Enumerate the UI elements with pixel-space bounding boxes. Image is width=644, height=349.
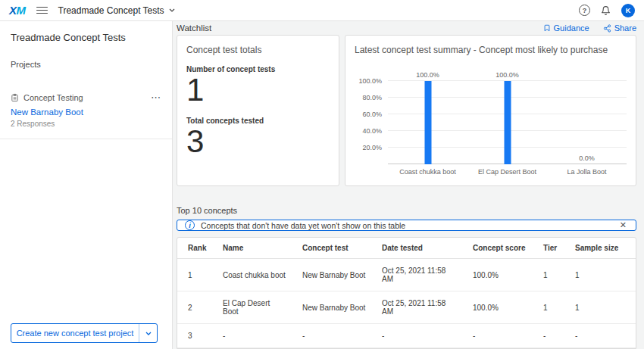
table-row: 1 Coast chukka boot New Barnaby Boot Oct…: [177, 259, 636, 291]
sidebar: Treadmade Concept Tests Projects Concept…: [0, 21, 173, 349]
chevron-down-icon: [145, 332, 152, 335]
logo-letter-x: X: [9, 4, 17, 17]
logo-letter-m: M: [17, 4, 26, 17]
create-project-dropdown-toggle[interactable]: [139, 324, 157, 342]
totals-card-title: Concept test totals: [186, 45, 330, 55]
guidance-button[interactable]: Guidance: [543, 23, 589, 33]
cell-concept-test: New Barnaby Boot: [295, 259, 374, 291]
project-row[interactable]: Concept Testing ⋯: [11, 93, 161, 102]
cell-rank: 1: [177, 259, 215, 291]
cell-name: El Cap Desert Boot: [215, 291, 295, 324]
y-tick-label: 40.0%: [362, 127, 382, 135]
share-label: Share: [614, 23, 636, 33]
metric-value-concept-tests: 1: [186, 73, 330, 107]
cell-tier: -: [536, 324, 567, 348]
top10-table-card: Rank Name Concept test Date tested Conce…: [177, 237, 636, 349]
create-project-button[interactable]: Create new concept test project: [11, 323, 158, 343]
project-selector[interactable]: Treadmade Concept Tests: [58, 5, 175, 16]
xm-logo[interactable]: XM: [9, 4, 26, 17]
user-avatar[interactable]: K: [621, 4, 635, 17]
close-icon[interactable]: ✕: [618, 220, 628, 230]
table-row: 2 El Cap Desert Boot New Barnaby Boot Oc…: [177, 291, 636, 324]
cell-name: Coast chukka boot: [215, 259, 295, 291]
chart-plot-area: 100.0% 100.0% 0.0%: [388, 81, 627, 164]
info-banner: i Concepts that don't have data yet won'…: [177, 220, 636, 231]
bar-column: 0.0%: [547, 81, 627, 164]
cell-concept-score: 100.0%: [465, 259, 536, 291]
cell-concept-score: 100.0%: [465, 291, 536, 324]
cell-tier: 1: [536, 291, 567, 324]
info-icon: i: [185, 220, 195, 230]
cell-concept-test: New Barnaby Boot: [295, 291, 374, 324]
app-window: XM Treadmade Concept Tests ? K Treadmade…: [0, 0, 644, 349]
chart-x-axis-labels: Coast chukka boot El Cap Desert Boot La …: [388, 168, 627, 176]
bar-value-label: 100.0%: [416, 71, 439, 79]
latest-summary-chart-card: Latest concept test summary - Concept mo…: [345, 35, 636, 186]
sidebar-title: Treadmade Concept Tests: [11, 32, 161, 43]
bar-value-label: 100.0%: [496, 71, 519, 79]
cell-rank: 3: [177, 324, 215, 348]
cell-concept-score: -: [465, 324, 536, 348]
guidance-label: Guidance: [554, 23, 589, 33]
project-block: Concept Testing ⋯ New Barnaby Boot 2 Res…: [11, 93, 161, 139]
col-header-name: Name: [215, 238, 295, 259]
bar-column: 100.0%: [467, 81, 547, 164]
cell-date-tested: Oct 25, 2021 11:58 AM: [374, 259, 465, 291]
col-header-sample-size: Sample size: [567, 238, 636, 259]
top10-table: Rank Name Concept test Date tested Conce…: [177, 238, 636, 348]
x-category-label: Coast chukka boot: [388, 168, 467, 176]
top-bar: XM Treadmade Concept Tests ? K: [0, 0, 644, 21]
bar-value-label: 0.0%: [579, 154, 595, 162]
cell-tier: 1: [536, 259, 567, 291]
chevron-down-icon: [169, 8, 175, 12]
share-button[interactable]: Share: [603, 23, 636, 33]
cell-concept-test: -: [295, 324, 374, 348]
help-icon[interactable]: ?: [579, 5, 590, 16]
bookmark-icon: [543, 23, 551, 33]
create-project-button-label: Create new concept test project: [11, 324, 139, 342]
metric-label-concept-tests: Number of concept tests: [186, 65, 330, 73]
cell-rank: 2: [177, 291, 215, 324]
project-type-label: Concept Testing: [23, 93, 83, 102]
cell-sample-size: 1: [567, 259, 636, 291]
cell-sample-size: 1: [567, 291, 636, 324]
bar-column: 100.0%: [388, 81, 467, 164]
bars-container: 100.0% 100.0% 0.0%: [388, 81, 627, 164]
cell-sample-size: -: [567, 324, 636, 348]
main-content: Watchlist Guidance Share Concept test to…: [173, 21, 644, 349]
metric-label-concepts-tested: Total concepts tested: [186, 117, 330, 125]
hamburger-menu-icon[interactable]: [36, 7, 48, 14]
cell-date-tested: Oct 25, 2021 11:58 AM: [374, 291, 465, 324]
metric-value-concepts-tested: 3: [186, 125, 330, 158]
col-header-tier: Tier: [536, 238, 567, 259]
table-header-row: Rank Name Concept test Date tested Conce…: [177, 238, 636, 259]
main-header: Watchlist Guidance Share: [177, 21, 636, 35]
concept-test-totals-card: Concept test totals Number of concept te…: [177, 35, 339, 186]
y-tick-label: 80.0%: [362, 94, 382, 101]
main-actions: Guidance Share: [543, 23, 636, 33]
y-tick-label: 20.0%: [362, 144, 382, 151]
cell-date-tested: -: [374, 324, 465, 348]
table-row: 3 - - - - - -: [177, 324, 636, 348]
sidebar-divider: [0, 139, 172, 139]
topbar-actions: ? K: [579, 4, 635, 17]
col-header-rank: Rank: [177, 238, 215, 259]
watchlist-title: Watchlist: [177, 23, 211, 33]
col-header-concept-score: Concept score: [465, 238, 536, 259]
cell-name: -: [215, 324, 295, 348]
responses-count: 2 Responses: [11, 120, 161, 128]
y-tick-label: 100.0%: [358, 77, 382, 85]
project-selector-label: Treadmade Concept Tests: [58, 5, 164, 16]
col-header-concept-test: Concept test: [295, 238, 374, 259]
projects-section-label: Projects: [11, 60, 161, 69]
summary-cards-row: Concept test totals Number of concept te…: [177, 35, 636, 186]
bar: [424, 81, 431, 164]
chart-y-axis: 100.0% 80.0% 60.0% 40.0% 20.0%: [355, 81, 388, 164]
notifications-bell-icon[interactable]: [601, 5, 611, 16]
x-category-label: La Jolla Boot: [547, 168, 627, 176]
project-clipboard-icon: [11, 93, 19, 102]
project-link[interactable]: New Barnaby Boot: [11, 108, 161, 117]
bar-chart: 100.0% 80.0% 60.0% 40.0% 20.0%: [355, 81, 627, 164]
info-banner-text: Concepts that don't have data yet won't …: [201, 221, 612, 230]
more-options-icon[interactable]: ⋯: [151, 95, 161, 101]
